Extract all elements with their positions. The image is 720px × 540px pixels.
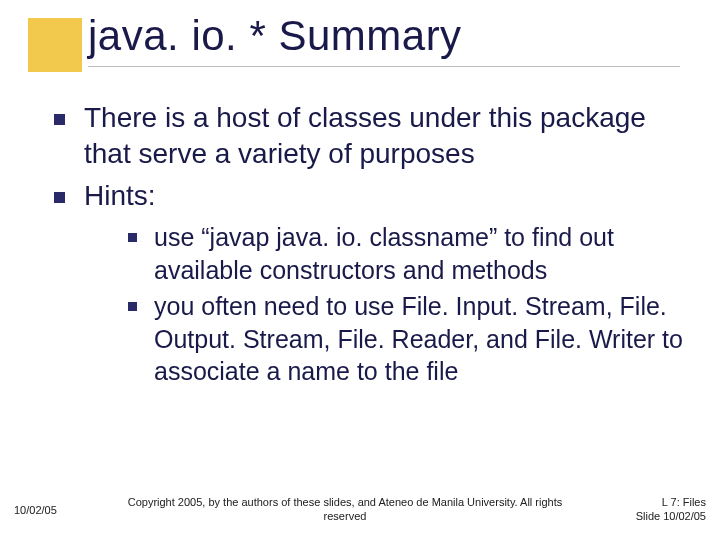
footer-date: 10/02/05 bbox=[0, 504, 90, 516]
slide-footer: 10/02/05 Copyright 2005, by the authors … bbox=[0, 490, 720, 530]
bullet-text: you often need to use File. Input. Strea… bbox=[154, 292, 683, 385]
list-item: you often need to use File. Input. Strea… bbox=[114, 290, 690, 388]
slide-body: There is a host of classes under this pa… bbox=[40, 100, 690, 394]
footer-slide-info: L 7: Files Slide 10/02/05 bbox=[600, 496, 720, 524]
list-item: There is a host of classes under this pa… bbox=[40, 100, 690, 172]
list-item: use “javap java. io. classname” to find … bbox=[114, 221, 690, 286]
title-accent-rect bbox=[28, 18, 82, 72]
bullet-text: use “javap java. io. classname” to find … bbox=[154, 223, 614, 284]
title-container: java. io. * Summary bbox=[88, 12, 680, 66]
footer-lesson: L 7: Files bbox=[600, 496, 706, 510]
bullet-list-level1: There is a host of classes under this pa… bbox=[40, 100, 690, 388]
list-item: Hints: use “javap java. io. classname” t… bbox=[40, 178, 690, 388]
slide-title: java. io. * Summary bbox=[88, 12, 680, 66]
footer-slide-number: Slide 10/02/05 bbox=[600, 510, 706, 524]
bullet-text: Hints: bbox=[84, 180, 156, 211]
bullet-list-level2: use “javap java. io. classname” to find … bbox=[114, 221, 690, 388]
bullet-text: There is a host of classes under this pa… bbox=[84, 102, 646, 169]
footer-copyright: Copyright 2005, by the authors of these … bbox=[90, 496, 600, 524]
title-underline bbox=[88, 66, 680, 67]
